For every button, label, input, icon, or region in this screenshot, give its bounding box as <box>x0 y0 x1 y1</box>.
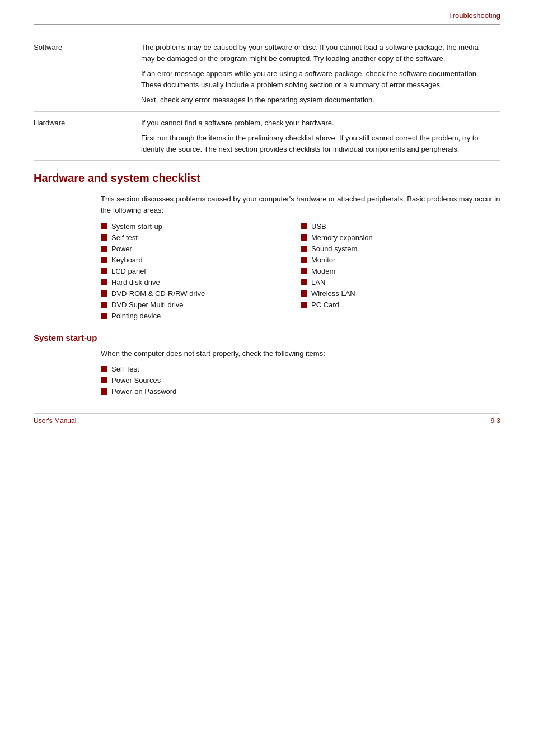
bullet-icon <box>101 290 107 297</box>
content-table: SoftwareThe problems may be caused by yo… <box>34 36 500 161</box>
hardware-section: Hardware and system checklist This secti… <box>34 172 500 323</box>
list-item-label: Power Sources <box>111 376 161 384</box>
system-startup-section: System start-up When the computer does n… <box>34 333 500 396</box>
list-item: Power <box>101 245 301 253</box>
bullet-icon <box>301 302 307 308</box>
bullet-col-1: System start-upSelf testPowerKeyboardLCD… <box>101 222 301 323</box>
row-content: If you cannot find a software problem, c… <box>134 111 500 161</box>
row-label: Software <box>34 36 134 112</box>
bullet-icon <box>101 268 107 274</box>
row-paragraph: Next, check any error messages in the op… <box>141 95 494 106</box>
list-item: Monitor <box>301 256 500 264</box>
list-item: Power-on Password <box>101 387 500 396</box>
list-item: Sound system <box>301 245 500 253</box>
list-item: Wireless LAN <box>301 289 500 298</box>
list-item-label: Sound system <box>311 245 357 253</box>
bullet-icon <box>101 257 107 263</box>
list-item-label: Power <box>111 245 132 253</box>
list-item: Hard disk drive <box>101 278 301 287</box>
header-title: Troubleshooting <box>448 11 500 20</box>
row-paragraph: The problems may be caused by your softw… <box>141 42 494 64</box>
list-item-label: Self test <box>111 233 138 242</box>
list-item-label: DVD-ROM & CD-R/RW drive <box>111 289 205 298</box>
list-item-label: DVD Super Multi drive <box>111 300 184 309</box>
list-item-label: Self Test <box>111 365 139 373</box>
table-row: SoftwareThe problems may be caused by yo… <box>34 36 500 112</box>
list-item-label: USB <box>311 222 326 231</box>
bullet-icon <box>301 234 307 241</box>
bullet-icon <box>101 388 107 395</box>
bullet-icon <box>301 223 307 229</box>
list-item: LAN <box>301 278 500 287</box>
bullet-icon <box>101 246 107 252</box>
list-item: DVD-ROM & CD-R/RW drive <box>101 289 301 298</box>
list-item-label: PC Card <box>311 300 339 309</box>
bullet-icon <box>301 257 307 263</box>
list-item: Keyboard <box>101 256 301 264</box>
footer-left: User's Manual <box>34 417 76 425</box>
list-item-label: Power-on Password <box>111 387 176 396</box>
list-item: Self Test <box>101 365 500 373</box>
list-item-label: LCD panel <box>111 267 146 275</box>
bullet-icon <box>301 246 307 252</box>
system-startup-intro: When the computer does not start properl… <box>101 348 500 359</box>
list-item: Modem <box>301 267 500 275</box>
bullet-col-2: USBMemory expansionSound systemMonitorMo… <box>301 222 500 323</box>
bullet-icon <box>101 377 107 383</box>
bullet-icon <box>101 313 107 319</box>
bullet-icon <box>301 290 307 297</box>
list-item: Power Sources <box>101 376 500 384</box>
row-paragraph: If an error message appears while you ar… <box>141 68 494 90</box>
list-item-label: Monitor <box>311 256 335 264</box>
list-item-label: Wireless LAN <box>311 289 355 298</box>
startup-list: Self TestPower SourcesPower-on Password <box>101 365 500 396</box>
page-footer: User's Manual 9-3 <box>34 413 500 425</box>
list-item: Pointing device <box>101 312 301 320</box>
bullet-icon <box>101 366 107 372</box>
list-item-label: Modem <box>311 267 335 275</box>
list-item: USB <box>301 222 500 231</box>
bullet-icon <box>101 279 107 285</box>
list-item-label: Memory expansion <box>311 233 373 242</box>
system-startup-heading: System start-up <box>34 333 500 342</box>
hardware-section-intro: This section discusses problems caused b… <box>101 194 500 215</box>
row-content: The problems may be caused by your softw… <box>134 36 500 112</box>
bullet-icon <box>101 302 107 308</box>
page-container: Troubleshooting SoftwareThe problems may… <box>0 0 534 436</box>
list-item-label: LAN <box>311 278 325 287</box>
list-item: Memory expansion <box>301 233 500 242</box>
hardware-two-col-list: System start-upSelf testPowerKeyboardLCD… <box>101 222 500 323</box>
list-item-label: Keyboard <box>111 256 143 264</box>
list-item: DVD Super Multi drive <box>101 300 301 309</box>
list-item: System start-up <box>101 222 301 231</box>
table-row: HardwareIf you cannot find a software pr… <box>34 111 500 161</box>
bullet-icon <box>101 223 107 229</box>
list-item: Self test <box>101 233 301 242</box>
row-paragraph: If you cannot find a software problem, c… <box>141 118 494 129</box>
list-item: PC Card <box>301 300 500 309</box>
bullet-icon <box>301 268 307 274</box>
list-item-label: Pointing device <box>111 312 161 320</box>
hardware-section-heading: Hardware and system checklist <box>34 172 500 185</box>
header-rule <box>34 24 500 25</box>
row-label: Hardware <box>34 111 134 161</box>
bullet-icon <box>301 279 307 285</box>
list-item-label: System start-up <box>111 222 162 231</box>
row-paragraph: First run through the items in the preli… <box>141 133 494 154</box>
bullet-icon <box>101 234 107 241</box>
page-header: Troubleshooting <box>34 11 500 22</box>
list-item: LCD panel <box>101 267 301 275</box>
footer-right: 9-3 <box>491 417 500 425</box>
list-item-label: Hard disk drive <box>111 278 160 287</box>
